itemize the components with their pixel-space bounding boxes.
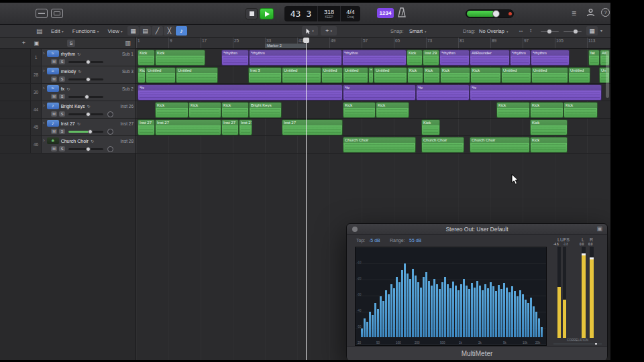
volume-slider[interactable]: [68, 61, 103, 63]
marquee-tool-button[interactable]: ╳: [164, 26, 175, 36]
region[interactable]: Kick: [138, 50, 155, 66]
region[interactable]: *rhythm: [510, 50, 531, 66]
region[interactable]: Inst 27: [282, 119, 343, 135]
solo-button[interactable]: S: [59, 76, 65, 82]
region[interactable]: *fx: [138, 84, 343, 101]
region[interactable]: Kick: [155, 102, 189, 118]
zoom-slider-thumb[interactable]: [574, 29, 578, 34]
track-header-30[interactable]: 30›≈fx↻Sub 2MS: [0, 84, 136, 101]
solo-button[interactable]: S: [59, 94, 65, 99]
pan-knob[interactable]: [107, 111, 113, 117]
pan-knob[interactable]: [107, 146, 113, 152]
list-editors-icon[interactable]: ≡: [572, 8, 576, 19]
region[interactable]: Kick: [530, 102, 564, 118]
region[interactable]: *rhythm: [531, 50, 570, 66]
region[interactable]: Bright Keys: [249, 102, 282, 118]
volume-slider[interactable]: [68, 96, 103, 98]
region[interactable]: Kick: [530, 119, 568, 135]
automation-toggle-icon[interactable]: ▤: [36, 27, 42, 36]
track-icon[interactable]: ≈: [47, 85, 59, 92]
region[interactable]: Kick: [343, 102, 376, 118]
volume-thumb[interactable]: [86, 77, 91, 82]
region[interactable]: Untitled: [343, 67, 368, 83]
region[interactable]: Kick: [421, 119, 440, 135]
disclosure-chevron-icon[interactable]: ›: [43, 50, 45, 57]
mute-button[interactable]: M: [51, 76, 57, 82]
region[interactable]: Kick: [423, 67, 440, 83]
score-tool-button[interactable]: ▤: [140, 26, 151, 36]
zoom-slider-thumb[interactable]: [547, 29, 551, 34]
track-header-45[interactable]: 45›♪Inst 27↻Inst 27MS: [0, 119, 136, 136]
menu-view[interactable]: View▾: [108, 27, 123, 36]
lane-area[interactable]: KickKick*rhythm*rhythm*rhythmKickInst 29…: [136, 49, 610, 154]
region[interactable]: *rhythm: [221, 50, 249, 66]
track-icon[interactable]: ≈: [47, 50, 59, 57]
vertical-zoom-slider[interactable]: [564, 31, 582, 32]
region[interactable]: Kick: [530, 137, 568, 153]
region[interactable]: Untitled: [146, 67, 176, 83]
command-tool-menu[interactable]: + ▾: [321, 26, 337, 36]
piano-tool-button[interactable]: ♪: [176, 26, 187, 36]
region[interactable]: Kick: [155, 50, 205, 66]
disclosure-chevron-icon[interactable]: ›: [43, 103, 45, 109]
quick-help-icon[interactable]: ?: [601, 8, 610, 17]
region[interactable]: *: [368, 67, 374, 83]
plugin-title-bar[interactable]: Stereo Out: User Default ▣: [347, 224, 607, 235]
track-header-options-icon[interactable]: ▥: [123, 40, 132, 47]
region[interactable]: Kick: [189, 102, 221, 118]
solo-button[interactable]: S: [59, 129, 65, 134]
region[interactable]: *fx: [416, 84, 470, 101]
range-value[interactable]: 55 dB: [409, 238, 421, 243]
top-value[interactable]: -5 dB: [369, 238, 380, 243]
region[interactable]: Kick: [407, 67, 423, 83]
close-button[interactable]: [352, 227, 358, 232]
drag-dropdown[interactable]: No Overlap▾: [479, 28, 508, 34]
region[interactable]: Untitled: [321, 67, 343, 83]
solo-button[interactable]: S: [59, 111, 65, 117]
user-icon[interactable]: [586, 8, 595, 19]
region[interactable]: Kick: [440, 67, 470, 83]
region[interactable]: Untitled: [282, 67, 321, 83]
zoom-presets-icon[interactable]: ▦: [586, 26, 598, 36]
region[interactable]: Untitled: [568, 67, 590, 83]
disclosure-chevron-icon[interactable]: ›: [43, 85, 45, 92]
region[interactable]: Church Choir: [421, 137, 464, 153]
volume-thumb[interactable]: [86, 112, 91, 117]
duplicate-track-button[interactable]: ▣: [32, 40, 41, 47]
region[interactable]: Kick: [407, 50, 423, 66]
region[interactable]: *fx: [343, 84, 416, 101]
disclosure-chevron-icon[interactable]: ›: [43, 68, 45, 74]
region[interactable]: Kick: [564, 102, 598, 118]
region[interactable]: *rhythm: [249, 50, 342, 66]
region[interactable]: Kick: [376, 102, 409, 118]
region[interactable]: Inst 29: [423, 50, 439, 66]
lcd-display[interactable]: 43 3 318 KEEP 4/4 Cmaj: [284, 6, 360, 21]
volume-slider[interactable]: [68, 131, 103, 133]
disclosure-chevron-icon[interactable]: ›: [43, 120, 45, 127]
solo-button[interactable]: S: [59, 146, 65, 152]
region[interactable]: *rhythm: [342, 50, 407, 66]
track-header-44[interactable]: 44›♪Bright Keys↻Inst 26MS: [0, 101, 136, 119]
grid-tool-button[interactable]: ▦: [127, 26, 139, 36]
mute-button[interactable]: M: [51, 146, 57, 152]
track-icon[interactable]: ≈: [47, 68, 59, 74]
region[interactable]: Inst 27: [221, 119, 239, 135]
region[interactable]: Inst 27: [239, 119, 252, 135]
vertical-zoom-icon[interactable]: ↕: [529, 27, 533, 34]
region[interactable]: Inst 27: [138, 119, 155, 135]
disclosure-chevron-icon[interactable]: ›: [43, 137, 45, 144]
snap-dropdown[interactable]: Smart▾: [409, 28, 427, 34]
mute-button[interactable]: M: [51, 111, 57, 117]
workspaces-icon[interactable]: [36, 9, 48, 18]
track-icon[interactable]: ♪: [47, 120, 59, 127]
solo-button[interactable]: S: [59, 59, 65, 64]
track-header-28[interactable]: 28›≈melody↻Sub 3MS: [0, 66, 136, 84]
volume-slider[interactable]: [68, 78, 103, 80]
pointer-tool-menu[interactable]: ▾: [302, 26, 318, 36]
region[interactable]: Untitled: [531, 67, 568, 83]
volume-thumb[interactable]: [86, 60, 91, 64]
region[interactable]: Untitled: [501, 67, 531, 83]
master-volume-slider[interactable]: [466, 9, 514, 18]
pan-knob[interactable]: [107, 129, 113, 135]
region[interactable]: Church Choir: [470, 137, 530, 153]
